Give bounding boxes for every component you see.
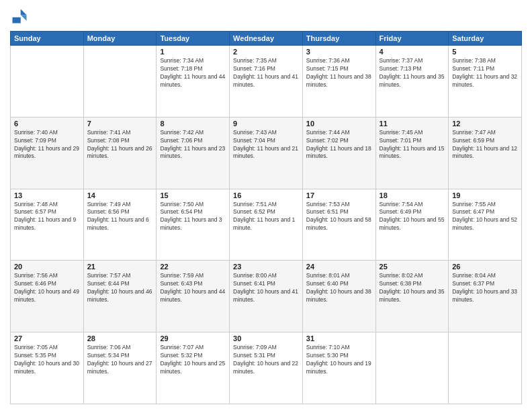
day-info: Sunrise: 8:01 AM Sunset: 6:40 PM Dayligh… (306, 272, 372, 304)
day-number: 14 (87, 191, 153, 199)
weekday-header-tuesday: Tuesday (157, 32, 230, 46)
calendar-cell: 4Sunrise: 7:37 AM Sunset: 7:13 PM Daylig… (375, 46, 449, 118)
day-number: 18 (380, 191, 445, 199)
calendar-cell (83, 46, 157, 118)
calendar-cell: 26Sunrise: 8:04 AM Sunset: 6:37 PM Dayli… (449, 261, 522, 332)
day-number: 28 (87, 334, 153, 342)
day-number: 7 (87, 120, 153, 128)
calendar-cell (11, 46, 84, 118)
calendar-cell: 29Sunrise: 7:07 AM Sunset: 5:32 PM Dayli… (157, 332, 230, 404)
calendar-cell: 27Sunrise: 7:05 AM Sunset: 5:35 PM Dayli… (11, 332, 84, 404)
day-number: 20 (14, 263, 80, 271)
calendar-header: SundayMondayTuesdayWednesdayThursdayFrid… (11, 32, 522, 46)
calendar-cell: 1Sunrise: 7:34 AM Sunset: 7:18 PM Daylig… (157, 46, 230, 118)
day-info: Sunrise: 7:47 AM Sunset: 6:59 PM Dayligh… (452, 129, 518, 161)
calendar-cell: 10Sunrise: 7:44 AM Sunset: 7:02 PM Dayli… (302, 117, 375, 189)
calendar-cell: 23Sunrise: 8:00 AM Sunset: 6:41 PM Dayli… (230, 261, 303, 332)
day-info: Sunrise: 7:44 AM Sunset: 7:02 PM Dayligh… (306, 129, 372, 161)
day-number: 17 (306, 191, 372, 199)
day-number: 24 (306, 263, 372, 271)
calendar-cell: 11Sunrise: 7:45 AM Sunset: 7:01 PM Dayli… (375, 117, 449, 189)
weekday-header-wednesday: Wednesday (230, 32, 303, 46)
day-info: Sunrise: 7:07 AM Sunset: 5:32 PM Dayligh… (160, 344, 226, 376)
week-row-5: 27Sunrise: 7:05 AM Sunset: 5:35 PM Dayli… (11, 332, 522, 404)
calendar-body: 1Sunrise: 7:34 AM Sunset: 7:18 PM Daylig… (11, 46, 522, 404)
day-info: Sunrise: 7:34 AM Sunset: 7:18 PM Dayligh… (160, 57, 226, 89)
calendar-cell: 21Sunrise: 7:57 AM Sunset: 6:44 PM Dayli… (83, 261, 157, 332)
calendar-cell: 24Sunrise: 8:01 AM Sunset: 6:40 PM Dayli… (302, 261, 375, 332)
day-info: Sunrise: 7:40 AM Sunset: 7:09 PM Dayligh… (14, 129, 80, 161)
day-info: Sunrise: 7:54 AM Sunset: 6:49 PM Dayligh… (380, 201, 445, 233)
weekday-header-saturday: Saturday (449, 32, 522, 46)
calendar-cell: 20Sunrise: 7:56 AM Sunset: 6:46 PM Dayli… (11, 261, 84, 332)
calendar-cell: 28Sunrise: 7:06 AM Sunset: 5:34 PM Dayli… (83, 332, 157, 404)
week-row-4: 20Sunrise: 7:56 AM Sunset: 6:46 PM Dayli… (11, 261, 522, 332)
day-number: 3 (306, 48, 372, 56)
calendar-cell: 18Sunrise: 7:54 AM Sunset: 6:49 PM Dayli… (375, 189, 449, 261)
day-info: Sunrise: 8:00 AM Sunset: 6:41 PM Dayligh… (233, 272, 299, 304)
calendar-cell: 9Sunrise: 7:43 AM Sunset: 7:04 PM Daylig… (230, 117, 303, 189)
calendar-cell: 16Sunrise: 7:51 AM Sunset: 6:52 PM Dayli… (230, 189, 303, 261)
day-info: Sunrise: 7:50 AM Sunset: 6:54 PM Dayligh… (160, 201, 226, 233)
day-info: Sunrise: 7:42 AM Sunset: 7:06 PM Dayligh… (160, 129, 226, 161)
day-info: Sunrise: 7:48 AM Sunset: 6:57 PM Dayligh… (14, 201, 80, 233)
day-number: 31 (306, 334, 372, 342)
day-info: Sunrise: 7:06 AM Sunset: 5:34 PM Dayligh… (87, 344, 153, 376)
page: SundayMondayTuesdayWednesdayThursdayFrid… (0, 0, 532, 411)
calendar-cell: 14Sunrise: 7:49 AM Sunset: 6:56 PM Dayli… (83, 189, 157, 261)
calendar-cell: 2Sunrise: 7:35 AM Sunset: 7:16 PM Daylig… (230, 46, 303, 118)
calendar-cell: 6Sunrise: 7:40 AM Sunset: 7:09 PM Daylig… (11, 117, 84, 189)
calendar-cell (449, 332, 522, 404)
logo-icon (10, 7, 29, 26)
day-number: 15 (160, 191, 226, 199)
svg-rect-3 (13, 17, 21, 24)
day-number: 11 (380, 120, 445, 128)
day-info: Sunrise: 7:59 AM Sunset: 6:43 PM Dayligh… (160, 272, 226, 304)
day-number: 26 (452, 263, 518, 271)
day-info: Sunrise: 7:51 AM Sunset: 6:52 PM Dayligh… (233, 201, 299, 233)
weekday-header-thursday: Thursday (302, 32, 375, 46)
day-info: Sunrise: 7:36 AM Sunset: 7:15 PM Dayligh… (306, 57, 372, 89)
day-number: 9 (233, 120, 299, 128)
day-info: Sunrise: 7:49 AM Sunset: 6:56 PM Dayligh… (87, 201, 153, 233)
day-info: Sunrise: 7:10 AM Sunset: 5:30 PM Dayligh… (306, 344, 372, 376)
calendar-cell: 31Sunrise: 7:10 AM Sunset: 5:30 PM Dayli… (302, 332, 375, 404)
day-number: 1 (160, 48, 226, 56)
day-info: Sunrise: 7:53 AM Sunset: 6:51 PM Dayligh… (306, 201, 372, 233)
weekday-header-friday: Friday (375, 32, 449, 46)
day-info: Sunrise: 7:37 AM Sunset: 7:13 PM Dayligh… (380, 57, 445, 89)
day-info: Sunrise: 7:55 AM Sunset: 6:47 PM Dayligh… (452, 201, 518, 233)
calendar-cell: 22Sunrise: 7:59 AM Sunset: 6:43 PM Dayli… (157, 261, 230, 332)
day-number: 12 (452, 120, 518, 128)
calendar-cell: 19Sunrise: 7:55 AM Sunset: 6:47 PM Dayli… (449, 189, 522, 261)
day-info: Sunrise: 7:57 AM Sunset: 6:44 PM Dayligh… (87, 272, 153, 304)
calendar-cell: 17Sunrise: 7:53 AM Sunset: 6:51 PM Dayli… (302, 189, 375, 261)
day-number: 25 (380, 263, 445, 271)
day-number: 23 (233, 263, 299, 271)
day-number: 30 (233, 334, 299, 342)
day-info: Sunrise: 8:04 AM Sunset: 6:37 PM Dayligh… (452, 272, 518, 304)
calendar-cell: 8Sunrise: 7:42 AM Sunset: 7:06 PM Daylig… (157, 117, 230, 189)
day-info: Sunrise: 7:38 AM Sunset: 7:11 PM Dayligh… (452, 57, 518, 89)
day-info: Sunrise: 8:02 AM Sunset: 6:38 PM Dayligh… (380, 272, 445, 304)
day-info: Sunrise: 7:43 AM Sunset: 7:04 PM Dayligh… (233, 129, 299, 161)
calendar-cell: 5Sunrise: 7:38 AM Sunset: 7:11 PM Daylig… (449, 46, 522, 118)
day-number: 21 (87, 263, 153, 271)
weekday-header-sunday: Sunday (11, 32, 84, 46)
day-info: Sunrise: 7:35 AM Sunset: 7:16 PM Dayligh… (233, 57, 299, 89)
header (10, 7, 522, 26)
day-number: 6 (14, 120, 80, 128)
day-info: Sunrise: 7:41 AM Sunset: 7:08 PM Dayligh… (87, 129, 153, 161)
logo (10, 7, 32, 26)
day-number: 27 (14, 334, 80, 342)
day-info: Sunrise: 7:56 AM Sunset: 6:46 PM Dayligh… (14, 272, 80, 304)
weekday-header-row: SundayMondayTuesdayWednesdayThursdayFrid… (11, 32, 522, 46)
day-info: Sunrise: 7:45 AM Sunset: 7:01 PM Dayligh… (380, 129, 445, 161)
day-info: Sunrise: 7:09 AM Sunset: 5:31 PM Dayligh… (233, 344, 299, 376)
day-number: 29 (160, 334, 226, 342)
day-number: 8 (160, 120, 226, 128)
week-row-3: 13Sunrise: 7:48 AM Sunset: 6:57 PM Dayli… (11, 189, 522, 261)
calendar-cell: 3Sunrise: 7:36 AM Sunset: 7:15 PM Daylig… (302, 46, 375, 118)
day-number: 4 (380, 48, 445, 56)
calendar-cell (375, 332, 449, 404)
